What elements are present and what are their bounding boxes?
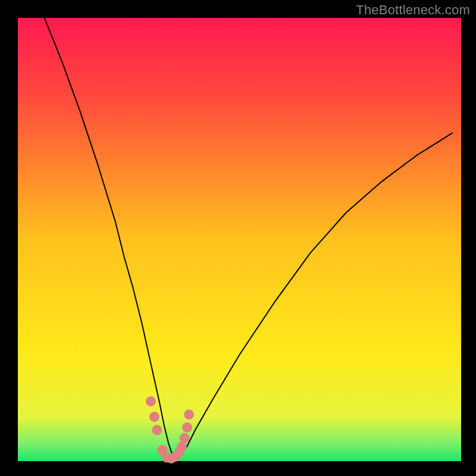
- highlight-dot: [184, 409, 194, 419]
- plot-area: [18, 18, 461, 461]
- bottleneck-chart: [0, 0, 476, 476]
- highlight-dot: [180, 433, 190, 443]
- chart-frame: TheBottleneck.com: [0, 0, 476, 476]
- highlight-dot: [152, 425, 162, 435]
- watermark-text: TheBottleneck.com: [356, 2, 470, 18]
- highlight-dot: [146, 396, 156, 406]
- highlight-dot: [177, 442, 187, 452]
- highlight-dot: [182, 422, 192, 433]
- highlight-dot: [149, 412, 159, 422]
